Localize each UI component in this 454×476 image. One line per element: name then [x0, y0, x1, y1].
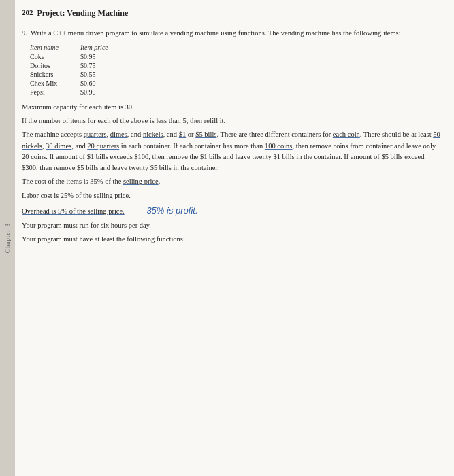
item-name-cell: Chex Mix — [29, 79, 79, 88]
question-number: 9. — [22, 29, 27, 37]
question-text: 9. Write a C++ menu driven program to si… — [22, 28, 442, 39]
page-number: 202 — [22, 8, 33, 21]
items-table: Item name Item price Coke$0.95Doritos$0.… — [29, 43, 129, 97]
chapter-label: Chapter 3 — [4, 223, 11, 253]
item-price-cell: $0.95 — [79, 52, 129, 61]
run-time-text: Your program must run for six hours per … — [22, 220, 442, 231]
table-row: Doritos$0.75 — [29, 61, 129, 70]
functions-intro: Your program must have at least the foll… — [22, 235, 185, 243]
table-row: Chex Mix$0.60 — [29, 79, 129, 88]
chapter-tab: Chapter 3 — [0, 0, 15, 476]
functions-intro-text: Your program must have at least the foll… — [22, 234, 442, 245]
overhead-section: Labor cost is 25% of the selling price. … — [22, 190, 442, 218]
item-name-cell: Doritos — [29, 61, 79, 70]
labor-cost-text: Labor cost is 25% of the selling price. — [22, 190, 442, 201]
item-price-cell: $0.55 — [79, 70, 129, 79]
item-price-cell: $0.90 — [79, 88, 129, 97]
capacity-text: Maximum capacity for each item is 30. — [22, 102, 442, 113]
table-row: Coke$0.95 — [29, 52, 129, 61]
item-name-cell: Pepsi — [29, 88, 79, 97]
col-header-price: Item price — [79, 43, 129, 52]
machine-accepts-text: The machine accepts quarters, dimes, and… — [22, 129, 442, 173]
refill-text: If the number of items for each of the a… — [22, 116, 442, 126]
cost-text: The cost of the items is 35% of the sell… — [22, 176, 442, 187]
col-header-name: Item name — [29, 43, 79, 52]
item-name-cell: Snickers — [29, 70, 79, 79]
overhead-text: Overhead is 5% of the selling price. 35%… — [22, 204, 442, 218]
items-table-container: Item name Item price Coke$0.95Doritos$0.… — [29, 43, 442, 97]
page-header: 202 Project: Vending Machine — [22, 8, 442, 24]
page: Chapter 3 202 Project: Vending Machine 9… — [0, 0, 454, 476]
item-price-cell: $0.75 — [79, 61, 129, 70]
refill-underline: If the number of items for each of the a… — [22, 117, 225, 124]
item-price-cell: $0.60 — [79, 79, 129, 88]
question-body: Write a C++ menu driven program to simul… — [31, 29, 401, 37]
table-row: Pepsi$0.90 — [29, 88, 129, 97]
item-name-cell: Coke — [29, 52, 79, 61]
handwritten-note: 35% is profit. — [146, 205, 197, 216]
content-area: 202 Project: Vending Machine 9. Write a … — [15, 0, 454, 476]
table-row: Snickers$0.55 — [29, 70, 129, 79]
project-title: Project: Vending Machine — [37, 8, 129, 18]
